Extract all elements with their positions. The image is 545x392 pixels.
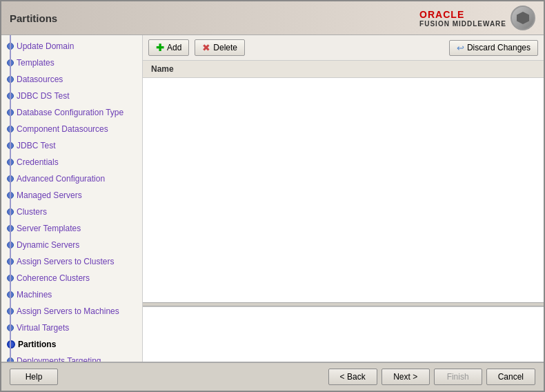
- sidebar-link-update-domain[interactable]: Update Domain: [17, 40, 74, 52]
- discard-label: Discard Changes: [467, 43, 531, 52]
- sidebar-link-jdbc-ds-test[interactable]: JDBC DS Test: [17, 90, 69, 102]
- sidebar-item-datasources[interactable]: Datasources: [1, 71, 142, 88]
- sidebar-link-managed-servers[interactable]: Managed Servers: [17, 189, 82, 202]
- sidebar-link-clusters[interactable]: Clusters: [17, 206, 47, 218]
- sidebar-item-coherence-clusters[interactable]: Coherence Clusters: [1, 270, 142, 286]
- main-panel: ✚ Add ✖ Delete ↩ Discard Changes Name: [143, 35, 544, 362]
- sidebar-item-label-partitions: Partitions: [18, 338, 56, 351]
- sidebar-item-assign-servers-to-clusters[interactable]: Assign Servers to Clusters: [1, 253, 142, 270]
- sidebar-link-dynamic-servers[interactable]: Dynamic Servers: [17, 239, 79, 251]
- sidebar-item-db-config-type[interactable]: Database Configuration Type: [1, 104, 142, 121]
- nav-line: [10, 35, 11, 362]
- sidebar-link-advanced-configuration[interactable]: Advanced Configuration: [17, 173, 105, 185]
- sidebar-link-templates[interactable]: Templates: [17, 57, 54, 69]
- sidebar-link-deployments-targeting[interactable]: Deployments Targeting: [17, 355, 101, 362]
- sidebar-item-advanced-configuration[interactable]: Advanced Configuration: [1, 170, 142, 187]
- sidebar-item-virtual-targets[interactable]: Virtual Targets: [1, 320, 142, 336]
- window-title: Partitions: [10, 12, 57, 24]
- sidebar-items: Update DomainTemplatesDatasourcesJDBC DS…: [1, 38, 142, 362]
- sidebar-item-jdbc-test[interactable]: JDBC Test: [1, 137, 142, 154]
- sidebar-link-credentials[interactable]: Credentials: [17, 156, 59, 168]
- toolbar: ✚ Add ✖ Delete ↩ Discard Changes: [143, 35, 544, 61]
- sidebar-link-coherence-clusters[interactable]: Coherence Clusters: [17, 272, 90, 284]
- back-button[interactable]: < Back: [328, 369, 377, 385]
- oracle-logo-text: ORACLE: [419, 9, 506, 20]
- sidebar-item-dynamic-servers[interactable]: Dynamic Servers: [1, 237, 142, 253]
- sidebar-item-machines[interactable]: Machines: [1, 286, 142, 303]
- sidebar-item-assign-servers-to-machines[interactable]: Assign Servers to Machines: [1, 303, 142, 320]
- footer-right: < Back Next > Finish Cancel: [328, 369, 535, 385]
- sidebar-item-component-datasources[interactable]: Component Datasources: [1, 121, 142, 137]
- finish-button[interactable]: Finish: [434, 369, 482, 385]
- oracle-logo-sub: FUSION MIDDLEWARE: [419, 20, 506, 28]
- sidebar-link-virtual-targets[interactable]: Virtual Targets: [17, 322, 69, 334]
- add-button[interactable]: ✚ Add: [148, 39, 189, 56]
- sidebar-item-update-domain[interactable]: Update Domain: [1, 38, 142, 55]
- table-area: Name: [143, 61, 544, 302]
- discard-icon: ↩: [457, 43, 464, 53]
- sidebar-item-partitions[interactable]: Partitions: [1, 336, 142, 353]
- discard-changes-button[interactable]: ↩ Discard Changes: [449, 40, 538, 56]
- sidebar-item-server-templates[interactable]: Server Templates: [1, 220, 142, 237]
- sidebar-link-datasources[interactable]: Datasources: [17, 73, 63, 86]
- sidebar: Update DomainTemplatesDatasourcesJDBC DS…: [1, 35, 143, 362]
- sidebar-link-machines[interactable]: Machines: [17, 288, 52, 301]
- sidebar-link-assign-servers-to-machines[interactable]: Assign Servers to Machines: [17, 305, 119, 317]
- sidebar-item-deployments-targeting[interactable]: Deployments Targeting: [1, 353, 142, 362]
- help-button[interactable]: Help: [10, 369, 58, 385]
- sidebar-item-templates[interactable]: Templates: [1, 55, 142, 71]
- sidebar-item-clusters[interactable]: Clusters: [1, 204, 142, 220]
- cancel-button[interactable]: Cancel: [486, 369, 535, 385]
- bottom-panel: [143, 306, 544, 362]
- next-button[interactable]: Next >: [382, 369, 430, 385]
- nav-dot-partitions: [7, 340, 15, 349]
- table-body: [143, 78, 544, 216]
- oracle-emblem-icon: [511, 6, 535, 30]
- sidebar-item-credentials[interactable]: Credentials: [1, 154, 142, 170]
- content-area: Update DomainTemplatesDatasourcesJDBC DS…: [1, 35, 544, 362]
- sidebar-item-jdbc-ds-test[interactable]: JDBC DS Test: [1, 88, 142, 104]
- footer: Help < Back Next > Finish Cancel: [1, 362, 544, 391]
- table-header-name: Name: [143, 61, 544, 78]
- title-bar: Partitions ORACLE FUSION MIDDLEWARE: [1, 1, 544, 35]
- footer-left: Help: [10, 369, 58, 385]
- sidebar-link-assign-servers-to-clusters[interactable]: Assign Servers to Clusters: [17, 255, 114, 268]
- oracle-logo: ORACLE FUSION MIDDLEWARE: [419, 6, 535, 30]
- sidebar-link-server-templates[interactable]: Server Templates: [17, 222, 81, 235]
- sidebar-link-jdbc-test[interactable]: JDBC Test: [17, 139, 55, 152]
- sidebar-link-db-config-type[interactable]: Database Configuration Type: [17, 106, 123, 119]
- add-icon: ✚: [156, 42, 164, 53]
- sidebar-link-component-datasources[interactable]: Component Datasources: [17, 123, 108, 135]
- sidebar-item-managed-servers[interactable]: Managed Servers: [1, 187, 142, 204]
- delete-label: Delete: [213, 43, 237, 52]
- delete-button[interactable]: ✖ Delete: [195, 39, 245, 56]
- delete-icon: ✖: [202, 42, 210, 53]
- add-label: Add: [167, 43, 181, 52]
- main-window: Partitions ORACLE FUSION MIDDLEWARE Upda…: [0, 0, 545, 392]
